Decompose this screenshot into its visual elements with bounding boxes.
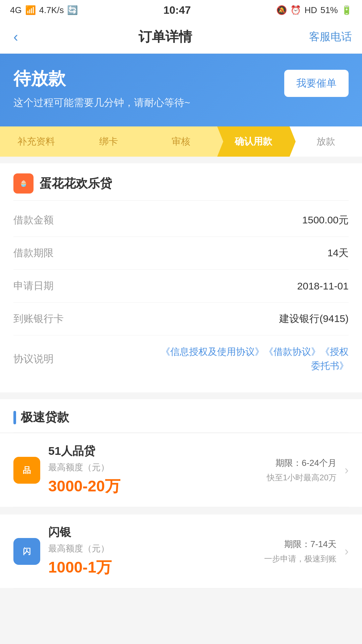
agreement-links[interactable]: 《信息授权及使用协议》《借款协议》《授权委托书》: [161, 345, 349, 373]
brand-icon: 🧁: [13, 173, 34, 194]
date-label: 申请日期: [13, 279, 54, 293]
alarm-icon: ⏰: [290, 5, 301, 15]
loan-card: 🧁 蛋花花欢乐贷 借款金额 1500.00元 借款期限 14天 申请日期 201…: [0, 163, 362, 392]
info-row-bank: 到账银行卡 建设银行(9415): [13, 303, 349, 335]
back-button[interactable]: ‹: [10, 25, 21, 48]
step-disburse: 放款: [290, 126, 362, 157]
amount-value: 1500.00元: [302, 213, 349, 227]
mute-icon: 🔕: [276, 5, 287, 15]
product-flash-speed: 一步申请，极速到账: [264, 553, 337, 564]
status-right: 🔕 ⏰ HD 51% 🔋: [276, 5, 352, 15]
amount-label: 借款金额: [13, 213, 54, 227]
period-value: 14天: [327, 246, 349, 260]
status-banner: 待放款 这个过程可能需要几分钟，请耐心等待~ 我要催单: [0, 54, 362, 126]
product-divider-bot: [13, 588, 349, 588]
product-flash-info: 闪银 最高额度（元） 1000-1万: [48, 525, 256, 578]
product-flash-amount: 1000-1万: [48, 557, 256, 578]
product-flash-right: 期限：7-14天 一步申请，极速到账: [264, 538, 337, 564]
progress-steps: 补充资料 绑卡 审核 确认用款 放款: [0, 126, 362, 157]
product-flash-icon-text: 闪: [23, 546, 31, 557]
sync-icon: 🔄: [67, 5, 78, 15]
step-review-label: 审核: [172, 135, 190, 148]
product-flash-period: 期限：7-14天: [284, 538, 337, 550]
urge-button[interactable]: 我要催单: [284, 70, 349, 97]
step-disburse-label: 放款: [316, 135, 335, 148]
product-51-right: 期限：6-24个月 快至1小时最高20万: [267, 457, 337, 483]
step-review: 审核: [145, 126, 217, 157]
product-51-speed: 快至1小时最高20万: [267, 472, 337, 483]
gap-3: [0, 507, 362, 514]
info-row-period: 借款期限 14天: [13, 237, 349, 270]
step-bind-card: 绑卡: [72, 126, 145, 157]
info-row-amount: 借款金额 1500.00元: [13, 204, 349, 237]
product-card-51[interactable]: 品 51人品贷 最高额度（元） 3000-20万 期限：6-24个月 快至1小时…: [0, 433, 362, 507]
product-51-amount: 3000-20万: [48, 476, 259, 497]
banner-status-title: 待放款: [13, 67, 190, 91]
product-51-icon-text: 品: [23, 465, 31, 476]
step-confirm: 确认用款: [217, 126, 290, 157]
gap-1: [0, 157, 362, 163]
brand-name: 蛋花花欢乐贷: [40, 175, 112, 192]
signal-icon: 📶: [25, 5, 36, 15]
product-51-name: 51人品贷: [48, 443, 259, 459]
brand-icon-text: 🧁: [20, 180, 27, 187]
battery-label: 51%: [320, 5, 338, 15]
page-title: 订单详情: [138, 28, 192, 46]
quick-loans-title: 极速贷款: [21, 409, 69, 426]
product-51-icon: 品: [13, 457, 40, 484]
nav-bar: ‹ 订单详情 客服电话: [0, 20, 362, 54]
brand-divider: [13, 200, 349, 201]
info-row-agreement: 协议说明 《信息授权及使用协议》《借款协议》《授权委托书》: [13, 335, 349, 382]
step-supplement: 补充资料: [0, 126, 72, 157]
product-flash-chevron: ›: [345, 544, 349, 558]
date-value: 2018-11-01: [297, 280, 349, 292]
speed-label: 4.7K/s: [39, 5, 64, 15]
banner-left: 待放款 这个过程可能需要几分钟，请耐心等待~: [13, 67, 190, 110]
product-flash-name: 闪银: [48, 525, 256, 540]
product-51-period: 期限：6-24个月: [276, 457, 337, 469]
agreement-label: 协议说明: [13, 352, 54, 366]
banner-subtitle: 这个过程可能需要几分钟，请耐心等待~: [13, 96, 190, 110]
product-card-flash[interactable]: 闪 闪银 最高额度（元） 1000-1万 期限：7-14天 一步申请，极速到账 …: [0, 515, 362, 588]
bank-label: 到账银行卡: [13, 312, 64, 326]
loan-brand: 🧁 蛋花花欢乐贷: [13, 173, 349, 194]
product-divider-top: [13, 432, 349, 433]
bank-value: 建设银行(9415): [279, 312, 349, 326]
product-flash-icon: 闪: [13, 538, 40, 565]
step-bind-card-label: 绑卡: [99, 135, 118, 148]
product-51-desc: 最高额度（元）: [48, 462, 259, 473]
product-51-info: 51人品贷 最高额度（元） 3000-20万: [48, 443, 259, 497]
gap-2: [0, 392, 362, 399]
info-row-date: 申请日期 2018-11-01: [13, 270, 349, 303]
battery-icon: 🔋: [341, 5, 352, 15]
status-left: 4G 📶 4.7K/s 🔄: [10, 5, 78, 15]
period-label: 借款期限: [13, 246, 54, 260]
quick-loans-header: 极速贷款: [0, 399, 362, 432]
product-flash-desc: 最高额度（元）: [48, 543, 256, 554]
customer-service-button[interactable]: 客服电话: [309, 30, 352, 44]
product-51-chevron: ›: [345, 463, 349, 477]
step-confirm-label: 确认用款: [235, 135, 272, 148]
section-bar-icon: [13, 411, 16, 424]
hd-label: HD: [304, 5, 317, 15]
network-label: 4G: [10, 5, 22, 15]
step-supplement-label: 补充资料: [17, 135, 55, 148]
status-time: 10:47: [163, 4, 191, 16]
status-bar: 4G 📶 4.7K/s 🔄 10:47 🔕 ⏰ HD 51% 🔋: [0, 0, 362, 20]
